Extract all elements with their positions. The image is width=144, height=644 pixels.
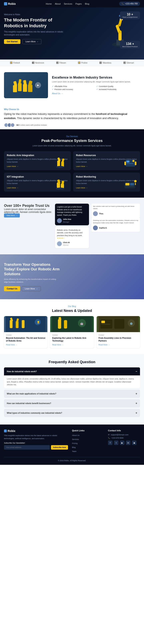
- nav-services[interactable]: Services: [64, 2, 72, 5]
- newsletter-input[interactable]: [4, 445, 50, 450]
- testimonials-desc: Lorem ipsum dolor sit amet consectetur a…: [4, 208, 53, 214]
- get-started-button[interactable]: Get Started: [4, 39, 20, 44]
- svg-rect-40: [135, 183, 136, 185]
- service-title-2: Robot Resources: [76, 154, 137, 157]
- testimonials-middle: Logistics just got a turbo-boost! Roboti…: [55, 204, 89, 248]
- svg-rect-50: [58, 319, 61, 329]
- svg-point-27: [133, 160, 135, 162]
- social-twitter[interactable]: t: [114, 440, 118, 445]
- social-instagram[interactable]: ◉: [132, 440, 137, 445]
- partner-icon-2: ▶: [32, 62, 34, 64]
- faq-question-2[interactable]: What are the main applications of indust…: [4, 390, 140, 398]
- cta-buttons: Contact Us Learn More →: [4, 286, 60, 291]
- partner-waveless: ◎ Waveless: [99, 62, 111, 64]
- play-button[interactable]: ▶: [35, 82, 41, 88]
- email-icon: ✉: [108, 434, 110, 436]
- service-robot-1: [53, 156, 69, 168]
- footer-grid: Robix This insightful exploration delves…: [4, 429, 140, 454]
- learn-more-button[interactable]: Learn More →: [22, 39, 41, 44]
- arrow-icon: →: [36, 288, 38, 290]
- excellence-image: ▶: [4, 72, 48, 98]
- partner-icon-1: ⚡: [10, 62, 12, 64]
- blog-read-more-2[interactable]: Read More →: [52, 344, 63, 346]
- faq-item-2: What are the main applications of indust…: [4, 390, 140, 398]
- blog-section: Our Blog Latest News & Updated 👷 October…: [0, 299, 144, 354]
- feature-4: ✓ Increased Productivity: [96, 88, 140, 90]
- stat-awards: 134 + Best Award Product: [120, 41, 140, 49]
- testimonial-info-2: Chris M Director: [57, 241, 87, 246]
- svg-rect-59: [114, 319, 124, 329]
- contact-title: Contact Info: [108, 429, 140, 432]
- stat-experience: 10 + Years of Experience: [120, 12, 140, 19]
- quick-link-blog[interactable]: Blog: [72, 446, 76, 448]
- feature-2: ✓ Consistent Quality: [96, 85, 140, 88]
- hero-content: Welcome to Robix The Modern Frontier of …: [4, 14, 64, 44]
- partner-icon-6: ✦: [123, 62, 126, 64]
- quick-link-team[interactable]: Team: [72, 450, 76, 452]
- about-link[interactable]: About Us →: [52, 92, 140, 94]
- blog-card-1: 👷 October Beyond Automation: The Art and…: [4, 316, 47, 348]
- service-title-3: IOT Integration: [7, 176, 68, 178]
- excellence-section: ▶ Excellence in Modern Industry Services…: [0, 66, 144, 104]
- feature-3: ✓ Precision and Accuracy: [52, 88, 96, 90]
- faq-question-3[interactable]: How can industrial robots benefit busine…: [4, 399, 140, 407]
- svg-text:👷: 👷: [37, 321, 40, 324]
- cta-title: Transform Your Operations Today! Explore…: [4, 262, 60, 276]
- svg-rect-58: [101, 324, 110, 325]
- excellence-content: Excellence in Modern Industry Services L…: [52, 76, 140, 95]
- check-icon-3: ✓: [52, 88, 54, 90]
- avatar-3: [10, 123, 15, 127]
- blog-read-more-3[interactable]: Read More →: [99, 344, 110, 346]
- quick-link-about[interactable]: About Us: [72, 434, 79, 436]
- svg-point-23: [56, 166, 64, 168]
- why-choose-section: Why Choose Us Opting for the robot machi…: [0, 104, 144, 129]
- testimonial-text-1: Logistics just got a turbo-boost! Roboti…: [57, 206, 87, 216]
- arrow-icon: →: [17, 187, 18, 189]
- cta-learn-button[interactable]: Learn More →: [22, 286, 41, 291]
- why-choose-text: Opting for the robot machine industry re…: [4, 112, 128, 120]
- blog-illustration-1: 👷: [4, 316, 47, 332]
- nav-about[interactable]: About: [55, 2, 61, 5]
- svg-text:🤖: 🤖: [80, 322, 84, 325]
- partner-nextmove: ▶ Nextmove: [32, 62, 44, 64]
- arrow-icon: →: [36, 40, 38, 43]
- faq-list: How do industrial robots work? − Lorem i…: [4, 368, 140, 417]
- quick-link-pricing[interactable]: Pricing: [72, 442, 78, 444]
- footer-desc: This insightful exploration delves into …: [4, 434, 68, 440]
- testimonials-layout: Over 100+ People Trust Us Lorem ipsum do…: [4, 204, 140, 248]
- newsletter-button[interactable]: Subscribe Now: [51, 445, 68, 450]
- side-testimonial-1: We robotics safe and our team's producti…: [91, 204, 140, 218]
- svg-rect-26: [126, 163, 134, 164]
- service-card-robot-resources: Robot Resources Aliquam lorem ante dapib…: [73, 151, 140, 170]
- faq-question-1[interactable]: How do industrial robots work? −: [4, 368, 140, 376]
- arrow-icon: →: [16, 214, 17, 216]
- hero-title: The Modern Frontier of Robotics in Indus…: [4, 17, 64, 29]
- contact-email: ✉ support@domain.com: [108, 434, 140, 436]
- faq-section: Frequently Asked Question How do industr…: [0, 354, 144, 424]
- services-grid: Robotic Arm Integration Aliquam lorem an…: [4, 151, 140, 192]
- service-card-iot: IOT Integration Aliquam lorem ante dapib…: [4, 172, 71, 192]
- nav-pages[interactable]: Pages: [75, 2, 82, 5]
- cta-contact-button[interactable]: Contact Us: [4, 286, 20, 291]
- partner-fitteam: ✦ Fitteam: [56, 62, 66, 64]
- nav-phone[interactable]: 📞 +215-456-789: [119, 2, 140, 6]
- testimonial-avatar-1: [57, 218, 62, 223]
- quick-link-services[interactable]: Services: [72, 438, 79, 440]
- nav-home[interactable]: Home: [46, 2, 52, 5]
- social-linkedin[interactable]: in: [126, 440, 131, 445]
- faq-question-4[interactable]: What types of industries commonly use in…: [4, 409, 140, 417]
- view-more-button[interactable]: View More →: [4, 214, 20, 218]
- why-choose-label: Why Choose Us: [4, 108, 140, 110]
- testimonial-info-3: Thea: [93, 211, 139, 216]
- footer: Robix This insightful exploration delves…: [0, 424, 144, 465]
- nav-blog[interactable]: Blog: [85, 2, 89, 5]
- blog-meta-2: October: [52, 334, 92, 336]
- excellence-image-inner: ▶: [4, 72, 48, 98]
- features-list: ✓ Affordable Price ✓ Consistent Quality …: [52, 85, 140, 90]
- navbar: Robix Home About Services Pages Blog 📞 +…: [0, 0, 144, 8]
- blog-read-more-1[interactable]: Read More →: [6, 344, 17, 346]
- social-facebook[interactable]: f: [108, 440, 112, 445]
- social-youtube[interactable]: ▶: [120, 440, 124, 445]
- footer-quick-links: Quick Links About Us Services Pricing Bl…: [72, 429, 104, 454]
- blog-card-2: 🤖 October Exploring the Latest in Roboti…: [50, 316, 94, 348]
